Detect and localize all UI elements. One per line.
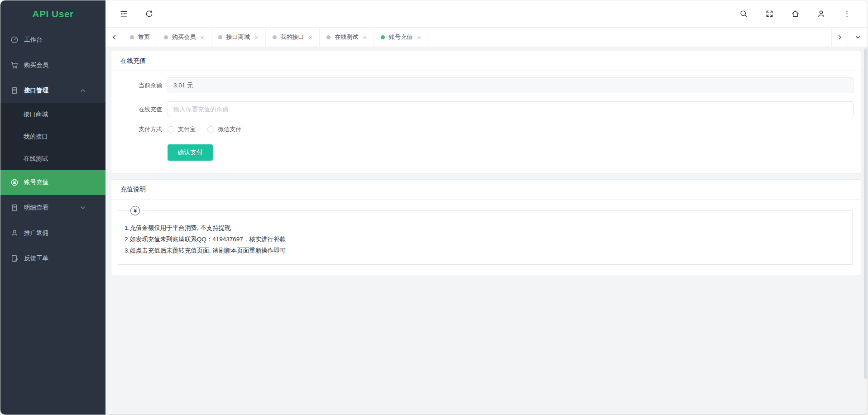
sidebar-item-label: 购买会员 [24, 61, 48, 69]
close-icon[interactable]: × [254, 34, 259, 41]
feedback-icon [10, 254, 19, 262]
vertical-scrollbar[interactable] [863, 48, 868, 415]
notes-card-body: ¥ 1.充值金额仅用于平台消费, 不支持提现 2.如发现充值未到账请联系QQ：4… [111, 200, 861, 275]
tab-account-recharge[interactable]: 账号充值 × [374, 28, 428, 47]
yen-icon [10, 178, 19, 186]
notes-card-title: 充值说明 [111, 180, 861, 200]
balance-row: 当前余额 [120, 77, 854, 93]
sidebar-item-workbench[interactable]: 工作台 [0, 27, 106, 52]
sidebar-item-feedback-ticket[interactable]: 反馈工单 [0, 246, 106, 271]
tab-online-test[interactable]: 在线测试 × [320, 28, 374, 47]
note-line: 1.充值金额仅用于平台消费, 不支持提现 [125, 222, 846, 234]
tab-label: 首页 [138, 33, 150, 41]
chevron-down-icon [855, 34, 861, 40]
user-icon[interactable] [816, 10, 825, 19]
sidebar-item-referral[interactable]: 推广返佣 [0, 220, 106, 246]
sidebar-item-label: 账号充值 [24, 178, 48, 186]
sidebar-item-online-test[interactable]: 在线测试 [0, 148, 106, 170]
close-icon[interactable]: × [309, 34, 313, 41]
yen-icon: ¥ [130, 206, 140, 215]
payment-method-label: 支付方式 [120, 125, 162, 134]
recharge-form: 当前余额 在线充值 支付方式 支付宝 [111, 71, 861, 173]
sidebar-item-account-recharge[interactable]: 账号充值 [0, 170, 106, 195]
sidebar-item-my-apis[interactable]: 我的接口 [0, 125, 106, 148]
sidebar-item-api-management[interactable]: 接口管理 [0, 78, 106, 103]
tab-home[interactable]: 首页 [123, 28, 157, 47]
tab-dot [164, 35, 168, 39]
radio-circle-icon[interactable] [207, 126, 214, 133]
confirm-pay-button[interactable]: 确认支付 [168, 144, 213, 161]
recharge-card-title: 在线充值 [111, 51, 861, 71]
sidebar-item-label: 反馈工单 [24, 254, 48, 262]
tab-buy-membership[interactable]: 购买会员 × [157, 28, 211, 47]
alipay-radio[interactable]: 支付宝 [168, 125, 196, 134]
tab-api-mall[interactable]: 接口商城 × [211, 28, 266, 47]
chevron-down-icon [80, 205, 86, 212]
more-icon[interactable] [842, 10, 851, 19]
tab-dot [130, 35, 134, 39]
home-icon[interactable] [791, 10, 800, 19]
sidebar: API User 工作台 购买会员 接口管理 [0, 0, 106, 415]
search-icon[interactable] [739, 10, 748, 19]
user-icon [10, 229, 19, 237]
fullscreen-icon[interactable] [765, 10, 774, 19]
document-icon [10, 86, 19, 95]
close-icon[interactable]: × [363, 34, 367, 41]
top-bar-right [739, 10, 851, 19]
main-area: 首页 购买会员 × 接口商城 × 我的接口 × [106, 0, 868, 415]
sidebar-submenu-api-management: 接口商城 我的接口 在线测试 [0, 103, 106, 170]
submit-row: 确认支付 [120, 144, 854, 161]
yen-badge: ¥ [127, 206, 143, 215]
payment-method-row: 支付方式 支付宝 微信支付 [120, 125, 854, 134]
amount-label: 在线充值 [120, 105, 162, 114]
sidebar-item-detail-view[interactable]: 明细查看 [0, 195, 106, 220]
wechat-pay-radio-label: 微信支付 [218, 125, 241, 134]
tab-dot [273, 35, 277, 39]
close-icon[interactable]: × [200, 34, 204, 41]
sidebar-item-label: 推广返佣 [24, 229, 48, 237]
balance-field [168, 77, 854, 93]
amount-field[interactable] [168, 101, 854, 117]
app-window: API User 工作台 购买会员 接口管理 [0, 0, 868, 415]
sidebar-item-label: 明细查看 [24, 204, 48, 212]
top-bar-left [119, 10, 153, 19]
chevron-right-icon [837, 34, 843, 40]
page-content: 在线充值 当前余额 在线充值 支付方式 支付宝 [106, 47, 868, 415]
top-bar [106, 0, 868, 28]
sidebar-item-label: 工作台 [24, 36, 43, 44]
tab-label: 账号充值 [389, 33, 412, 41]
scrollbar-thumb[interactable] [864, 48, 867, 379]
sidebar-item-buy-membership[interactable]: 购买会员 [0, 52, 106, 78]
sidebar-item-label: 接口管理 [24, 86, 48, 95]
chevron-up-icon [80, 88, 86, 95]
tabs-scroll-left-button[interactable] [106, 28, 123, 47]
tabs-options-button[interactable] [848, 28, 868, 47]
sidebar-item-label: 接口商城 [24, 110, 48, 119]
tabs-scroll-right-button[interactable] [831, 28, 848, 47]
tab-label: 接口商城 [226, 33, 250, 41]
recharge-notes-card: 充值说明 ¥ 1.充值金额仅用于平台消费, 不支持提现 2.如发现充值未到账请联… [111, 179, 861, 275]
balance-label: 当前余额 [120, 81, 162, 90]
tab-dot [381, 35, 385, 39]
radio-circle-icon[interactable] [168, 126, 174, 133]
sidebar-item-label: 在线测试 [24, 155, 48, 163]
document-icon [10, 204, 19, 212]
tab-label: 在线测试 [335, 33, 358, 41]
tab-label: 我的接口 [281, 33, 304, 41]
recharge-card: 在线充值 当前余额 在线充值 支付方式 支付宝 [111, 51, 861, 174]
sidebar-item-label: 我的接口 [24, 133, 48, 141]
tab-list: 首页 购买会员 × 接口商城 × 我的接口 × [123, 28, 831, 47]
hamburger-icon[interactable] [119, 10, 128, 19]
refresh-icon[interactable] [144, 10, 153, 19]
tab-dot [218, 35, 222, 39]
tab-dot [326, 35, 331, 39]
close-icon[interactable]: × [417, 34, 421, 41]
sidebar-menu: 工作台 购买会员 接口管理 接口商城 [0, 27, 106, 271]
alipay-radio-label: 支付宝 [178, 125, 196, 134]
dashboard-icon [10, 36, 19, 44]
cart-icon [10, 61, 19, 69]
tab-my-apis[interactable]: 我的接口 × [266, 28, 320, 47]
wechat-pay-radio[interactable]: 微信支付 [207, 125, 241, 134]
tab-bar: 首页 购买会员 × 接口商城 × 我的接口 × [106, 28, 868, 47]
sidebar-item-api-mall[interactable]: 接口商城 [0, 103, 106, 125]
